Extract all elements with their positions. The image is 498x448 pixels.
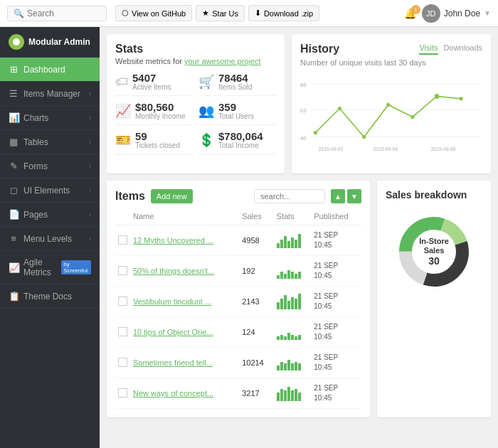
donut-label: In-Store Sales 30 (413, 237, 455, 267)
user-menu[interactable]: JD John Doe ▼ (422, 4, 491, 23)
bar (280, 389, 283, 402)
item-sales: 3217 (239, 378, 273, 409)
items-title: Items (115, 190, 145, 203)
chevron-right-icon: › (89, 210, 91, 218)
top-nav: 🔍 ⬡ View on GitHub ★ Star Us ⬇ Download … (0, 0, 498, 27)
stats-subtitle: Website metrics for your awesome project (115, 57, 276, 65)
bar (298, 335, 301, 341)
row-checkbox[interactable] (118, 297, 127, 306)
bar (277, 366, 280, 371)
chevron-right-icon: › (89, 186, 91, 194)
items-table: Name Sales Stats Published 12 Myths Unco… (115, 209, 361, 409)
row-checkbox[interactable] (118, 266, 127, 275)
chevron-right-icon: › (89, 138, 91, 146)
add-new-button[interactable]: Add new (151, 189, 193, 203)
download-button[interactable]: ⬇ Download .zip (248, 5, 319, 21)
item-name-link[interactable]: New ways of concept... (133, 389, 213, 398)
item-sales: 192 (239, 256, 273, 287)
sidebar-item-charts[interactable]: 📊 Charts › (0, 106, 100, 130)
tab-downloads[interactable]: Downloads (444, 43, 482, 55)
stats-card: Stats Website metrics for your awesome p… (107, 34, 285, 174)
logo-text: Modular Admin (28, 37, 90, 47)
item-stats-chart (274, 378, 312, 409)
prev-arrow-button[interactable]: ▲ (331, 189, 345, 203)
items-search-input[interactable] (254, 189, 325, 203)
stat-total-income: 💲 $780,064 Total Income (198, 131, 276, 154)
donut-main-label: In-Store Sales (413, 237, 455, 255)
bar (280, 299, 283, 309)
tab-visits[interactable]: Visits (419, 43, 438, 55)
sidebar-item-forms[interactable]: ✎ Forms › (0, 154, 100, 178)
mini-bar-chart (277, 324, 309, 340)
row-checkbox[interactable] (118, 358, 127, 367)
logo-icon (9, 34, 24, 50)
search-input[interactable] (27, 9, 98, 18)
bar (298, 272, 301, 279)
sidebar-item-ui-elements[interactable]: ◻ UI Elements › (0, 178, 100, 203)
item-name-link[interactable]: 50% of things doesn't... (133, 267, 214, 275)
content-area: Stats Website metrics for your awesome p… (100, 27, 498, 448)
svg-point-13 (410, 115, 414, 119)
bar (284, 295, 287, 309)
sidebar-item-menu-levels[interactable]: ≡ Menu Levels › (0, 227, 100, 251)
svg-point-12 (386, 103, 390, 107)
table-row: 10 tips of Object Orie...12421 SEP10:45 (115, 317, 361, 348)
active-items-icon: 🏷 (115, 75, 128, 90)
sidebar-logo: Modular Admin (0, 27, 100, 58)
row-checkbox[interactable] (118, 388, 127, 398)
github-icon: ⬡ (122, 9, 129, 18)
top-nav-buttons: ⬡ View on GitHub ★ Star Us ⬇ Download .z… (115, 5, 319, 21)
bar (277, 275, 280, 279)
sidebar-item-label: Items Manager (23, 89, 80, 99)
screenful-badge: by Screenful (61, 260, 91, 274)
agile-metrics-icon: 📈 (9, 262, 18, 273)
bar (284, 274, 287, 279)
sidebar-item-label: Tables (23, 137, 48, 147)
sales-card: Sales breakdown (377, 181, 491, 417)
item-name-link[interactable]: Sometimes friend tell... (133, 358, 213, 367)
sidebar-item-dashboard[interactable]: ⊞ Dashboard (0, 58, 100, 82)
item-name-link[interactable]: 12 Myths Uncovered ... (133, 236, 213, 245)
tables-icon: ▦ (9, 137, 18, 147)
items-manager-icon: ☰ (9, 88, 18, 99)
svg-text:40: 40 (300, 135, 307, 142)
stats-title: Stats (115, 43, 276, 55)
star-button[interactable]: ★ Star Us (196, 5, 245, 21)
item-published: 21 SEP10:45 (311, 287, 361, 317)
row-checkbox[interactable] (118, 327, 127, 336)
total-income-value: $780,064 (218, 131, 263, 142)
sidebar-item-tables[interactable]: ▦ Tables › (0, 130, 100, 154)
bar (291, 297, 294, 310)
item-name-link[interactable]: Vestibulum tincidunt ... (133, 297, 211, 306)
stat-monthly-income: 📈 $80,560 Monthly Income (115, 102, 193, 125)
theme-docs-icon: 📋 (9, 291, 18, 302)
row-checkbox[interactable] (118, 235, 127, 245)
bar (280, 335, 283, 341)
table-header-row: Name Sales Stats Published (115, 209, 361, 225)
sidebar-item-items-manager[interactable]: ☰ Items Manager › (0, 82, 100, 106)
nav-right: 🔔 1 JD John Doe ▼ (404, 4, 491, 23)
user-name: John Doe (444, 9, 480, 18)
svg-text:63: 63 (300, 107, 307, 114)
sidebar-item-label: Pages (23, 210, 48, 220)
item-stats-chart (274, 225, 312, 256)
next-arrow-button[interactable]: ▼ (347, 189, 361, 203)
stats-grid: 🏷 5407 Active Items 🛒 78464 Items Sold (115, 73, 276, 154)
bar (277, 302, 280, 309)
sidebar-item-agile-metrics[interactable]: 📈 Agile Metrics by Screenful (0, 251, 100, 284)
github-button[interactable]: ⬡ View on GitHub (115, 5, 192, 21)
search-box[interactable]: 🔍 (7, 6, 107, 21)
bar (295, 240, 297, 249)
bar (280, 272, 283, 279)
chevron-right-icon: › (89, 162, 91, 170)
sidebar-item-pages[interactable]: 📄 Pages › (0, 203, 100, 227)
stats-link[interactable]: your awesome project (184, 57, 261, 65)
notifications-bell[interactable]: 🔔 1 (404, 8, 416, 19)
bar (277, 393, 280, 402)
user-chevron-icon: ▼ (484, 9, 491, 17)
sidebar-item-theme-docs[interactable]: 📋 Theme Docs (0, 284, 100, 309)
chart-area: 86 63 40 2015-09-02 2015-09-04 2015-09-0… (300, 73, 482, 165)
item-published: 21 SEP10:45 (311, 317, 361, 348)
item-name-link[interactable]: 10 tips of Object Orie... (133, 328, 213, 336)
pages-icon: 📄 (9, 209, 18, 220)
